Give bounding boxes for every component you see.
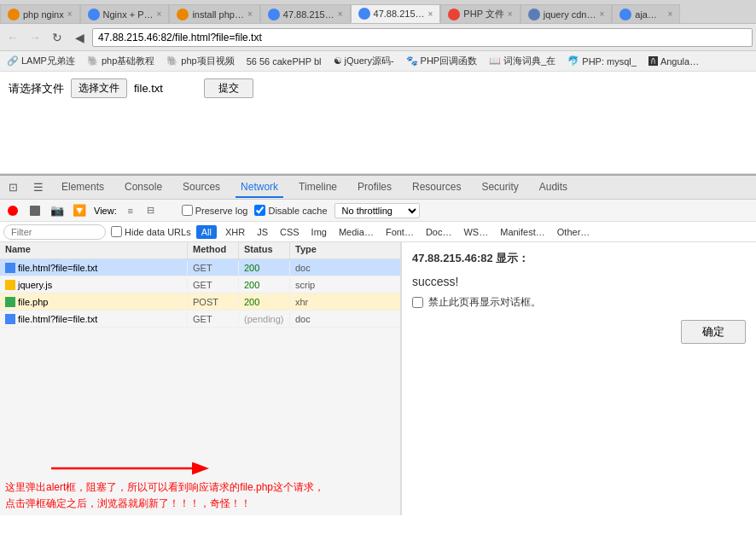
tab-close-1[interactable]: × [67,9,73,19]
preserve-log-label[interactable]: Preserve log [182,205,248,216]
choose-file-button[interactable]: 选择文件 [71,78,127,98]
bookmark-cake[interactable]: 56 56 cakePHP bl [243,55,325,67]
bookmark-label-lamp: LAMP兄弟连 [21,55,75,67]
tab-php-file[interactable]: PHP 文件 × [440,4,520,23]
tab-php-nginx[interactable]: php nginx × [0,4,80,23]
filter-doc-button[interactable]: Doc… [422,225,456,239]
preserve-log-checkbox[interactable] [182,205,193,216]
tab-favicon-3 [177,9,189,20]
tab-favicon-7 [528,9,540,20]
filter-button[interactable]: 🔽 [72,203,87,218]
bookmark-label-cake: 56 cakePHP bl [259,56,322,67]
filter-js-button[interactable]: JS [253,225,271,239]
bookmark-php-video[interactable]: 🐘 php项目视频 [163,54,237,68]
bookmark-icon-phpcb: 🐾 [406,55,418,67]
tab-network[interactable]: Network [236,177,283,198]
tab-ajax[interactable]: aja… × [612,4,680,23]
detail-message: success! [412,275,746,288]
disable-cache-checkbox[interactable] [254,205,265,216]
tab-profiles[interactable]: Profiles [352,177,397,198]
table-row[interactable]: file.html?file=file.txt GET 200 doc [0,259,400,276]
no-show-checkbox[interactable] [412,297,423,308]
tab-elements[interactable]: Elements [56,177,109,198]
table-row[interactable]: file.html?file=file.txt GET (pending) do… [0,311,400,328]
tab-nginx-p[interactable]: Nginx + P… × [80,4,170,23]
back-button[interactable]: ← [3,28,22,47]
bookmark-label-mysql: PHP: mysql_ [582,56,637,67]
view-list-button[interactable]: ≡ [124,204,137,218]
reload-button[interactable]: ↻ [48,28,67,47]
tab-ip-1[interactable]: 47.88.215… × [260,4,351,23]
filter-css-button[interactable]: CSS [276,225,303,239]
submit-button[interactable]: 提交 [204,78,253,98]
main-content: 请选择文件 选择文件 file.txt 提交 [0,72,756,174]
filter-all-button[interactable]: All [196,225,217,239]
detail-ok-button[interactable]: 确定 [681,320,746,344]
bookmark-lamp[interactable]: 🔗 LAMP兄弟连 [3,54,79,68]
tab-console[interactable]: Console [119,177,167,198]
devtools-toggle-button2[interactable]: ☰ [31,180,46,195]
disable-cache-label[interactable]: Disable cache [254,205,327,216]
header-status: Status [239,242,290,258]
tab-close-7[interactable]: × [599,9,604,19]
table-row[interactable]: file.php POST 200 xhr [0,293,400,311]
view-label: View: [94,206,117,216]
tab-ip-2[interactable]: 47.88.215… × [351,4,441,23]
view-tree-button[interactable]: ⊟ [144,204,158,218]
hide-data-urls-label[interactable]: Hide data URLs [111,226,191,237]
tab-close-3[interactable]: × [247,9,253,19]
tab-security[interactable]: Security [476,177,523,198]
filter-img-button[interactable]: Img [308,225,330,239]
bookmark-label-jquery: jQuery源码- [345,55,394,67]
throttle-select[interactable]: No throttling [334,203,420,218]
tab-label-4: 47.88.215… [283,9,334,20]
tab-sources[interactable]: Sources [177,177,225,198]
tab-jquery-cdn[interactable]: jquery cdn… × [520,4,613,23]
record-button[interactable] [5,203,20,218]
tab-close-2[interactable]: × [157,9,162,19]
bookmark-label-php: php基础教程 [102,55,154,67]
tab-label-1: php nginx [23,9,64,20]
tab-close-4[interactable]: × [338,9,343,19]
tab-close-8[interactable]: × [667,9,672,19]
filter-other-button[interactable]: Other… [554,225,594,239]
filter-ws-button[interactable]: WS… [460,225,491,239]
table-row[interactable]: jquery.js GET 200 scrip [0,276,400,293]
annotation-area: 这里弹出alert框，阻塞了，所以可以看到响应请求的file.php这个请求， … [0,447,400,515]
home-button[interactable]: ◀ [70,28,89,47]
bookmark-icon-lamp: 🔗 [7,55,19,67]
row-type-3: doc [290,312,341,326]
row-name-0: file.html?file=file.txt [0,261,188,275]
detail-title: 47.88.215.46:82 显示： [412,251,746,266]
network-rows: file.html?file=file.txt GET 200 doc jque… [0,259,400,447]
bookmark-icon-angular: 🅰 [648,56,658,67]
row-name-1: jquery.js [0,278,188,292]
devtools-toggle-button[interactable]: ⊡ [5,180,20,195]
camera-button[interactable]: 📷 [49,203,65,218]
hide-data-urls-checkbox[interactable] [111,226,122,237]
filter-xhr-button[interactable]: XHR [222,225,248,239]
filter-input[interactable] [3,224,106,240]
red-arrow-icon [51,456,222,481]
row-name-3: file.html?file=file.txt [0,312,188,326]
tab-audits[interactable]: Audits [534,177,573,198]
filter-font-button[interactable]: Font… [382,225,417,239]
bookmark-mysql[interactable]: 🐬 PHP: mysql_ [564,55,640,67]
bookmark-jquery[interactable]: ☯ jQuery源码- [330,54,398,68]
url-input[interactable] [92,28,753,47]
tab-close-5[interactable]: × [428,9,433,19]
tab-resources[interactable]: Resources [407,177,466,198]
tab-install-php[interactable]: install php… × [169,4,259,23]
tab-close-6[interactable]: × [508,9,513,19]
tab-timeline[interactable]: Timeline [294,177,342,198]
tab-favicon-1 [8,9,20,20]
bookmark-php-cb[interactable]: 🐾 PHP回调函数 [403,54,481,68]
forward-button[interactable]: → [26,28,44,47]
stop-button[interactable] [27,203,43,218]
filter-manifest-button[interactable]: Manifest… [497,225,549,239]
bookmark-php-basic[interactable]: 🐘 php基础教程 [84,54,158,68]
filter-media-button[interactable]: Media… [335,225,377,239]
bookmark-dict[interactable]: 📖 词海词典_在 [486,54,559,68]
bookmark-label-dict: 词海词典_在 [503,55,555,67]
bookmark-angular[interactable]: 🅰 Angula… [645,55,702,67]
